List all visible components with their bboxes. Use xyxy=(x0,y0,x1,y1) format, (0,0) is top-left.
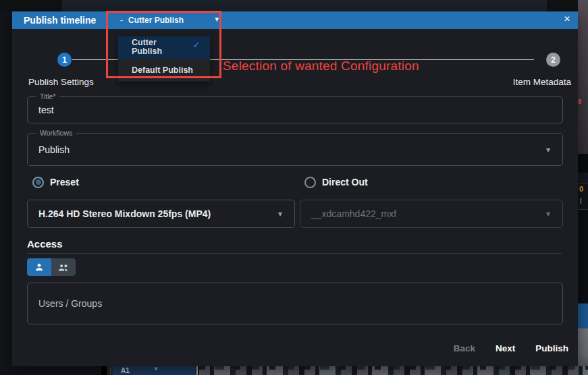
timeline-tick: I xyxy=(580,198,582,205)
menu-item-label: Default Publish xyxy=(132,65,193,75)
person-icon xyxy=(34,262,44,272)
chevron-down-icon: ▾ xyxy=(215,15,219,24)
step-1-circle[interactable]: 1 xyxy=(57,53,72,67)
groups-toggle-button[interactable] xyxy=(51,258,76,276)
annotation-note: Selection of wanted Configuration xyxy=(223,59,419,74)
background-record-dot xyxy=(579,99,581,104)
background-video-thumbnail xyxy=(578,0,588,154)
audio-track-header: A1 v xyxy=(113,366,196,375)
step-2-circle[interactable]: 2 xyxy=(546,53,560,67)
users-toggle-button[interactable] xyxy=(27,258,51,276)
dialog-header: Publish timeline - Cutter Publish ▾ ✕ xyxy=(12,11,578,29)
preset-profile-value: H.264 HD Stereo Mixdown 25fps (MP4) xyxy=(38,208,211,219)
direct-out-profile-value: __xdcamhd422_mxf xyxy=(311,208,396,219)
title-field-label: Title* xyxy=(36,92,59,100)
people-icon xyxy=(58,263,69,272)
configuration-select-value: Cutter Publish xyxy=(128,16,184,25)
chevron-down-icon: ▾ xyxy=(546,209,550,219)
users-groups-input[interactable]: Users / Groups xyxy=(27,283,563,324)
background-track-corner xyxy=(101,366,107,375)
configuration-select[interactable]: - Cutter Publish ▾ xyxy=(119,13,221,27)
preset-profile-select[interactable]: H.264 HD Stereo Mixdown 25fps (MP4) ▾ xyxy=(27,200,295,228)
title-field[interactable]: Title* test xyxy=(27,96,563,123)
track-label: A1 xyxy=(121,366,130,375)
menu-item-label: Cutter Publish xyxy=(132,38,173,56)
workflows-label: Workflows xyxy=(36,129,76,137)
menu-item-default-publish[interactable]: Default Publish xyxy=(118,59,210,82)
radio-unselected-icon[interactable] xyxy=(304,177,316,188)
drag-handle-icon: ⋮ xyxy=(107,366,113,375)
track-separator xyxy=(196,366,198,375)
title-field-value: test xyxy=(38,105,54,115)
users-groups-placeholder: Users / Groups xyxy=(38,298,102,309)
dialog-footer: Back Next Publish xyxy=(454,343,568,353)
publish-button[interactable]: Publish xyxy=(535,343,568,353)
background-selected-clip xyxy=(578,304,588,328)
chevron-down-icon: ▾ xyxy=(546,145,550,154)
back-button[interactable]: Back xyxy=(454,343,475,353)
step-2-label: Item Metadata xyxy=(513,77,571,87)
workflows-value: Publish xyxy=(38,144,70,155)
workflows-select[interactable]: Workflows Publish ▾ xyxy=(27,133,563,166)
audio-waveform xyxy=(199,366,588,375)
chevron-down-icon: ▾ xyxy=(278,209,282,219)
direct-out-profile-select: __xdcamhd422_mxf ▾ xyxy=(300,200,563,228)
direct-out-radio-label: Direct Out xyxy=(322,177,368,188)
access-heading: Access xyxy=(27,238,63,250)
access-divider xyxy=(27,253,562,254)
timecode-digit: 0 xyxy=(579,185,583,193)
direct-out-radio-option[interactable]: Direct Out xyxy=(304,175,368,189)
configuration-menu: Cutter Publish ✓ Default Publish xyxy=(118,36,210,82)
step-1-label: Publish Settings xyxy=(28,77,94,87)
close-icon[interactable]: ✕ xyxy=(564,14,570,24)
background-timeline-rows xyxy=(578,209,588,305)
dialog-title: Publish timeline xyxy=(24,15,96,26)
check-icon: ✓ xyxy=(192,40,201,49)
background-panel-row xyxy=(578,154,588,173)
background-top-strip-panel xyxy=(62,0,547,11)
background-panel-row xyxy=(578,173,588,184)
radio-selected-icon[interactable] xyxy=(32,177,44,188)
preset-radio-option[interactable]: Preset xyxy=(32,175,79,189)
next-button[interactable]: Next xyxy=(496,343,515,353)
menu-item-cutter-publish[interactable]: Cutter Publish ✓ xyxy=(118,36,210,59)
preset-radio-label: Preset xyxy=(50,177,79,188)
dash-prefix: - xyxy=(120,16,123,25)
